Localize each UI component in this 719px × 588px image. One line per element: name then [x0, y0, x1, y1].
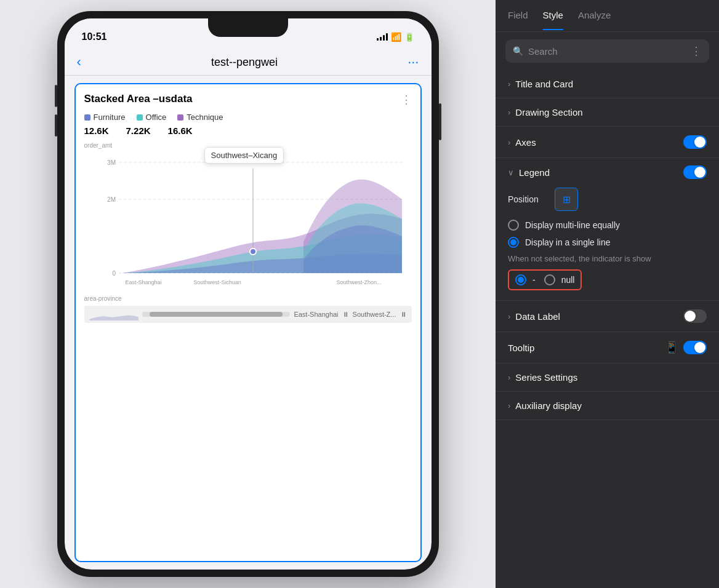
section-label-axes: Axes	[515, 137, 536, 148]
legend-dot-technique	[177, 114, 183, 121]
tabs-row: Field Style Analyze	[496, 0, 719, 32]
chart-title: Stacked Area –usdata	[84, 93, 193, 105]
tab-style[interactable]: Style	[543, 10, 563, 22]
scrollbar-track[interactable]	[142, 312, 291, 317]
section-data-label[interactable]: › Data Label	[496, 301, 719, 332]
scroll-pause-icon[interactable]: ⏸	[342, 311, 349, 318]
scroll-label-left: East-Shanghai	[294, 311, 338, 318]
radio-dash[interactable]: -	[515, 274, 536, 285]
section-label-drawing: Drawing Section	[515, 107, 582, 117]
legend-toggle-thumb	[694, 167, 705, 178]
right-panel: Field Style Analyze 🔍 Search ⋮ › Title a…	[496, 0, 719, 588]
tooltip-toggle[interactable]	[683, 341, 707, 354]
section-label-title-card: Title and Card	[515, 79, 573, 89]
legend-dot-office	[137, 114, 143, 121]
chart-legend-row: Furniture Office Technique	[84, 113, 412, 122]
radio-singleline-label: Display in a single line	[525, 237, 611, 247]
section-title-and-card[interactable]: › Title and Card	[496, 70, 719, 98]
chart-menu-icon[interactable]: ⋮	[401, 93, 412, 106]
indicator-radio-row: - null	[508, 269, 582, 290]
radio-null-circle	[544, 274, 555, 285]
chevron-right-icon-series: ›	[508, 373, 510, 382]
status-time: 10:51	[82, 31, 107, 42]
position-button[interactable]: ⊞	[555, 188, 578, 211]
svg-text:3M: 3M	[107, 159, 116, 166]
radio-dash-label: -	[532, 275, 536, 285]
chevron-down-icon-legend: ∨	[508, 168, 514, 177]
phone-notch	[208, 18, 288, 37]
mobile-icon: 📱	[665, 341, 678, 354]
section-series-settings[interactable]: › Series Settings	[496, 364, 719, 392]
scrollbar-mini-chart	[89, 308, 139, 320]
volume-up-btn	[55, 85, 57, 107]
chevron-right-icon: ›	[508, 79, 510, 89]
section-axes[interactable]: › Axes	[496, 127, 719, 158]
legend-label-office: Office	[146, 113, 167, 122]
nav-title: test--pengwei	[211, 56, 278, 69]
area-province-label: area-province	[84, 295, 412, 302]
legend-section-label: Legend	[519, 167, 550, 178]
legend-item-office: Office	[137, 113, 167, 122]
legend-item-furniture: Furniture	[84, 113, 126, 122]
tooltip-toggle-thumb	[694, 342, 705, 353]
tab-field[interactable]: Field	[508, 10, 528, 22]
chart-header: Stacked Area –usdata ⋮	[84, 93, 412, 106]
scroll-pause-icon-2[interactable]: ⏸	[400, 311, 407, 318]
battery-icon: 🔋	[404, 33, 414, 42]
radio-singleline[interactable]: Display in a single line	[508, 237, 707, 248]
value-technique: 16.6K	[168, 125, 193, 136]
radio-dash-circle	[515, 274, 526, 285]
legend-toggle[interactable]	[683, 165, 707, 179]
datalabel-toggle[interactable]	[683, 309, 707, 323]
position-row: Position ⊞	[508, 188, 707, 211]
section-label-auxiliary: Auxiliary display	[515, 400, 582, 411]
svg-text:2M: 2M	[107, 196, 116, 203]
selected-point	[250, 248, 256, 255]
chevron-right-icon-datalabel: ›	[508, 312, 510, 321]
radio-null-label: null	[561, 275, 575, 285]
back-button[interactable]: ‹	[77, 54, 81, 70]
chart-svg-wrapper: order_amt 3M 2M 0	[84, 142, 412, 294]
value-office: 7.22K	[126, 125, 151, 136]
legend-label-furniture: Furniture	[94, 113, 126, 122]
volume-down-btn	[55, 114, 57, 137]
tab-analyze[interactable]: Analyze	[578, 10, 611, 22]
nav-bar: ‹ test--pengwei ···	[65, 49, 432, 76]
search-icon: 🔍	[513, 46, 523, 56]
wifi-icon: 📶	[391, 32, 401, 42]
legend-label-technique: Technique	[187, 113, 223, 122]
section-drawing[interactable]: › Drawing Section	[496, 98, 719, 127]
section-label-tooltip: Tooltip	[508, 343, 534, 353]
svg-text:East-Shanghai: East-Shanghai	[125, 279, 161, 285]
datalabel-toggle-thumb	[685, 311, 696, 322]
chart-values-row: 12.6K 7.22K 16.6K	[84, 125, 412, 136]
radio-multiline-circle	[508, 220, 519, 231]
axes-toggle-thumb	[694, 137, 705, 148]
search-input[interactable]: Search	[528, 46, 686, 57]
radio-multiline-label: Display multi-line equally	[525, 220, 620, 230]
scroll-label-right: Southwest-Z...	[353, 311, 396, 318]
radio-singleline-circle	[508, 237, 519, 248]
status-icons: 📶 🔋	[377, 32, 414, 42]
legend-dot-furniture	[84, 114, 90, 121]
search-more-button[interactable]: ⋮	[691, 44, 702, 58]
chevron-right-icon-2: ›	[508, 108, 510, 117]
section-tooltip[interactable]: Tooltip 📱	[496, 332, 719, 364]
axes-toggle[interactable]	[683, 135, 707, 149]
radio-null[interactable]: null	[544, 274, 575, 285]
value-furniture: 12.6K	[84, 125, 109, 136]
signal-icon	[377, 33, 388, 41]
radio-multiline[interactable]: Display multi-line equally	[508, 220, 707, 231]
chart-scrollbar[interactable]: East-Shanghai ⏸ Southwest-Z... ⏸	[84, 306, 412, 323]
svg-text:Southwest-Sichuan: Southwest-Sichuan	[193, 279, 241, 285]
chart-svg: 3M 2M 0	[84, 150, 412, 292]
search-bar[interactable]: 🔍 Search ⋮	[505, 39, 709, 63]
power-btn	[439, 103, 441, 140]
chart-card: Stacked Area –usdata ⋮ Furniture Office	[74, 83, 422, 562]
section-auxiliary-display[interactable]: › Auxiliary display	[496, 392, 719, 420]
more-button[interactable]: ···	[408, 54, 419, 70]
position-label: Position	[508, 194, 545, 204]
legend-item-technique: Technique	[177, 113, 223, 122]
legend-section: ∨ Legend Position ⊞ Display multi-line e…	[496, 158, 719, 301]
phone-frame: 10:51 📶 🔋 ‹ tes	[57, 11, 439, 577]
